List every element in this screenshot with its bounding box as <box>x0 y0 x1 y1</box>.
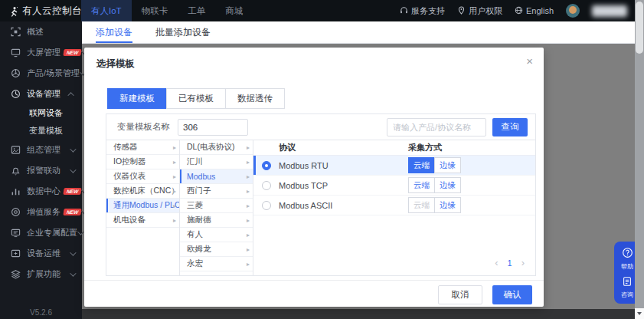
screen-icon <box>11 48 21 58</box>
template-name-input[interactable] <box>178 119 248 136</box>
cancel-button[interactable]: 取消 <box>438 285 482 304</box>
arrow-right-icon: ▸ <box>247 202 250 209</box>
table-row-modbus-tcp[interactable]: Modbus TCP 云端 边缘 <box>253 176 535 196</box>
brand-usr[interactable]: 有人▸ <box>180 228 253 242</box>
arrow-right-icon: ▸ <box>247 159 250 166</box>
cloud-collect-button[interactable]: 云端 <box>408 177 435 193</box>
help-float-item[interactable]: 帮助 <box>621 247 633 271</box>
page-number[interactable]: 1 <box>508 258 512 268</box>
category-electromechanical[interactable]: 机电设备▸ <box>106 213 179 228</box>
user-avatar[interactable] <box>566 4 580 18</box>
brand-omron[interactable]: 欧姆龙▸ <box>180 242 253 257</box>
scrollbar-thumb[interactable] <box>636 2 643 54</box>
box-plus-icon <box>11 248 21 258</box>
category-cnc[interactable]: 数控机床（CNC）▸ <box>106 184 179 199</box>
chevron-down-icon <box>70 270 76 276</box>
tab-add-device[interactable]: 添加设备 <box>96 21 132 43</box>
radio-unselected-icon[interactable] <box>262 181 271 190</box>
service-support-link[interactable]: 服务支持 <box>400 5 445 17</box>
cloud-collect-button[interactable]: 云端 <box>408 157 435 173</box>
brand-mitsubishi[interactable]: 三菱▸ <box>180 199 253 213</box>
search-button[interactable]: 查询 <box>492 118 528 136</box>
modal-footer: 取消 确认 <box>438 285 532 304</box>
sidebar-item-data-center[interactable]: 数据中心 NEW <box>0 181 82 202</box>
sidebar-item-extensions[interactable]: 扩展功能 <box>0 264 82 284</box>
top-nav-mall[interactable]: 商城 <box>215 0 253 21</box>
sidebar-subitem-networked-devices[interactable]: 联网设备 <box>0 104 82 122</box>
scrollbar[interactable] <box>635 0 644 319</box>
top-nav-work-order[interactable]: 工单 <box>178 0 215 21</box>
document-icon <box>622 276 633 289</box>
top-nav-usr-iot[interactable]: 有人IoT <box>81 0 132 21</box>
brand-fatek[interactable]: 永宏▸ <box>180 257 253 271</box>
modal-footer-divider <box>84 280 544 281</box>
headset-icon <box>400 6 408 16</box>
sidebar-item-alarm-linkage[interactable]: 报警联动 <box>0 160 82 181</box>
sidebar-item-value-added[interactable]: 增值服务 NEW <box>0 202 82 222</box>
header-method: 采集方式 <box>408 142 442 153</box>
radio-selected-icon[interactable] <box>262 161 271 170</box>
category-io-controller[interactable]: IO控制器▸ <box>106 155 179 169</box>
new-badge: NEW <box>63 49 81 56</box>
brand-siemens[interactable]: 西门子▸ <box>180 184 253 199</box>
user-permission-link[interactable]: 用户权限 <box>457 5 502 17</box>
chevron-down-icon <box>70 249 76 255</box>
confirm-button[interactable]: 确认 <box>492 285 532 304</box>
cloud-collect-button: 云端 <box>408 197 435 213</box>
table-row-modbus-ascii[interactable]: Modbus ASCII 云端 边缘 <box>253 196 535 215</box>
arrow-right-icon: ▸ <box>247 246 250 253</box>
modal-title: 选择模板 <box>96 58 135 71</box>
category-instrument[interactable]: 仪器仪表▸ <box>106 169 179 184</box>
category-sensor[interactable]: 传感器▸ <box>106 140 179 155</box>
sidebar-item-device-mgmt[interactable]: 设备管理 <box>0 84 82 104</box>
language-switcher[interactable]: English <box>515 6 554 16</box>
table-row-modbus-rtu[interactable]: Modbus RTU 云端 边缘 <box>253 156 535 176</box>
tab-data-passthrough[interactable]: 数据透传 <box>225 88 285 109</box>
close-icon[interactable]: × <box>526 54 533 67</box>
tab-batch-add-device[interactable]: 批量添加设备 <box>155 21 211 43</box>
search-input[interactable] <box>387 118 486 136</box>
new-badge: NEW <box>63 209 81 215</box>
top-nav-iot-card[interactable]: 物联卡 <box>132 0 178 21</box>
radio-unselected-icon[interactable] <box>262 201 271 210</box>
tab-existing-template[interactable]: 已有模板 <box>166 88 226 109</box>
template-name-row: 变量模板名称 查询 <box>106 114 535 140</box>
topbar: 有人云控制台 有人IoT 物联卡 工单 商城 服务支持 用户权限 English <box>0 0 644 21</box>
scroll-down-icon[interactable] <box>635 308 644 319</box>
template-name-label: 变量模板名称 <box>117 121 170 133</box>
sidebar-item-device-ops[interactable]: 设备运维 <box>0 243 82 264</box>
edge-collect-button[interactable]: 边缘 <box>434 177 461 193</box>
next-page-icon[interactable]: › <box>521 257 525 268</box>
arrow-right-icon: ▸ <box>173 202 176 209</box>
sidebar-item-screen-mgmt[interactable]: 大屏管理 NEW <box>0 42 82 63</box>
sidebar-subitem-variable-template[interactable]: 变量模板 <box>0 122 82 140</box>
page-tabs: 添加设备 批量添加设备 <box>82 21 635 44</box>
brand-schneider[interactable]: 施耐德▸ <box>180 213 253 228</box>
prev-page-icon[interactable]: ‹ <box>495 257 498 268</box>
arrow-right-icon: ▸ <box>247 217 250 224</box>
tab-new-template[interactable]: 新建模板 <box>107 88 167 109</box>
sidebar-item-overview[interactable]: 概述 <box>0 21 82 42</box>
layers-icon <box>11 269 21 279</box>
template-form-container: 变量模板名称 查询 传感器▸ IO控制器▸ 仪器仪表▸ 数控机床（CNC）▸ 通… <box>106 113 536 276</box>
bell-icon <box>11 166 21 176</box>
edge-collect-button[interactable]: 边缘 <box>434 157 461 173</box>
sidebar-item-enterprise-config[interactable]: 企业专属配置 <box>0 222 82 243</box>
chevron-up-icon <box>67 92 74 98</box>
brand-inovance[interactable]: 汇川▸ <box>180 155 253 169</box>
logo[interactable]: 有人云控制台 <box>0 5 81 18</box>
category-generic-modbus-plc-dl[interactable]: 通用Modbus / PLC / DL▸ <box>106 199 179 213</box>
question-circle-icon <box>622 247 633 261</box>
consult-float-item[interactable]: 咨询 <box>621 276 633 299</box>
username-redacted <box>592 5 627 17</box>
brand-modbus[interactable]: Modbus▸ <box>180 169 253 184</box>
search-area: 查询 <box>387 118 528 136</box>
sidebar-item-scada-mgmt[interactable]: 组态管理 <box>0 140 82 160</box>
sidebar-item-product-scene[interactable]: 产品/场景管理 <box>0 63 82 84</box>
topbar-right: 服务支持 用户权限 English <box>400 4 644 18</box>
brand-dl-meter[interactable]: DL(电表协议)▸ <box>180 140 253 155</box>
monitor-config-icon <box>11 228 21 238</box>
edge-collect-button[interactable]: 边缘 <box>434 197 461 213</box>
location-pin-icon <box>457 6 466 16</box>
overview-icon <box>11 27 21 37</box>
